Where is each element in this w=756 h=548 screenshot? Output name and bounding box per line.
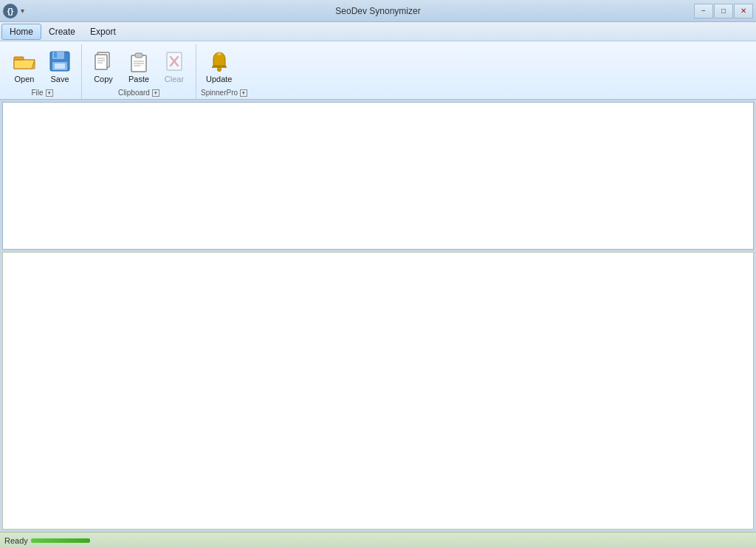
update-button[interactable]: Update: [201, 46, 237, 87]
svg-rect-4: [54, 52, 57, 58]
title-bar: {} ▾ SeoDev Synonymizer − □ ✕: [0, 0, 756, 22]
ribbon: Open Save: [0, 41, 756, 100]
clipboard-group-label: Clipboard ▾: [86, 87, 191, 99]
open-icon: [13, 49, 36, 73]
svg-rect-6: [55, 64, 65, 69]
clear-label: Clear: [165, 75, 184, 83]
paste-button[interactable]: Paste: [122, 46, 156, 87]
update-label: Update: [206, 75, 232, 83]
menu-bar: Home Create Export: [0, 22, 756, 41]
close-button[interactable]: ✕: [734, 4, 753, 18]
restore-button[interactable]: □: [714, 4, 733, 18]
open-label: Open: [15, 75, 35, 83]
svg-rect-13: [135, 53, 142, 58]
svg-point-21: [217, 52, 221, 55]
open-button[interactable]: Open: [7, 46, 41, 87]
status-text: Ready: [4, 536, 28, 545]
status-progress-bar: [31, 538, 90, 543]
svg-rect-8: [95, 55, 107, 69]
file-group-arrow[interactable]: ▾: [46, 89, 53, 97]
clipboard-group-arrow[interactable]: ▾: [152, 89, 159, 97]
menu-home[interactable]: Home: [1, 24, 41, 40]
paste-label: Paste: [128, 75, 149, 83]
ribbon-group-clipboard: Copy Paste: [82, 44, 196, 99]
menu-create[interactable]: Create: [41, 24, 83, 39]
app-icon: {}: [3, 4, 18, 18]
save-icon: [48, 49, 72, 73]
copy-button[interactable]: Copy: [86, 46, 120, 87]
spinnerpro-group-label: SpinnerPro ▾: [201, 87, 247, 99]
svg-rect-1: [14, 57, 24, 60]
copy-label: Copy: [94, 75, 113, 83]
save-label: Save: [50, 75, 69, 83]
title-dropdown-arrow[interactable]: ▾: [21, 7, 24, 15]
ribbon-group-file: Open Save: [3, 44, 82, 99]
status-bar: Ready: [0, 532, 756, 548]
clear-button[interactable]: Clear: [157, 46, 191, 87]
paste-icon: [127, 49, 151, 73]
file-group-label: File ▾: [7, 87, 77, 99]
minimize-button[interactable]: −: [694, 4, 713, 18]
copy-icon: [92, 49, 115, 73]
window-controls: − □ ✕: [694, 4, 753, 18]
editor-bottom[interactable]: [2, 252, 754, 530]
app-title: SeoDev Synonymizer: [335, 6, 420, 16]
update-icon: [207, 49, 231, 73]
svg-point-20: [217, 68, 221, 72]
save-button[interactable]: Save: [43, 46, 77, 87]
ribbon-group-spinnerpro: Update SpinnerPro ▾: [196, 44, 252, 99]
clear-icon: [162, 49, 186, 73]
title-bar-left: {} ▾: [3, 4, 24, 18]
editor-top[interactable]: [2, 102, 754, 250]
main-area: [0, 100, 756, 532]
spinnerpro-group-arrow[interactable]: ▾: [240, 89, 247, 97]
menu-export[interactable]: Export: [83, 24, 123, 39]
